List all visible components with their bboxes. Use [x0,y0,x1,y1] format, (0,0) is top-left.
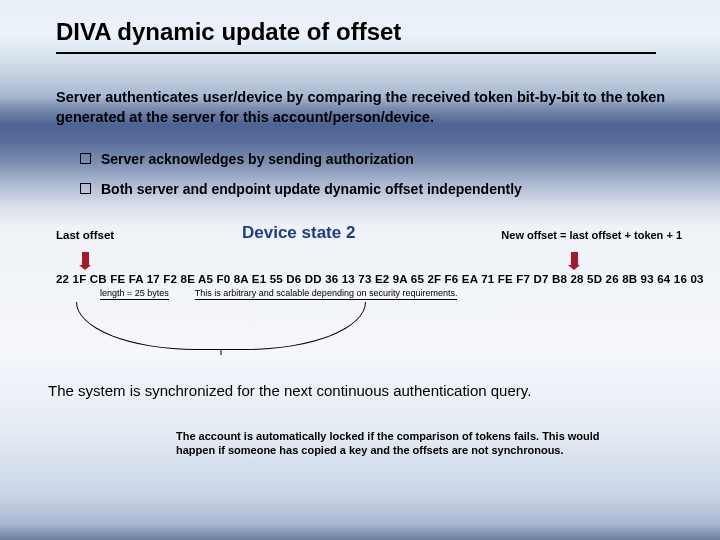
sync-text: The system is synchronized for the next … [48,382,682,399]
last-offset-label: Last offset [56,229,114,241]
checkbox-icon [80,153,91,164]
curly-brace-icon [76,302,366,350]
intro-text: Server authenticates user/device by comp… [56,88,676,127]
arbitrary-annotation: This is arbitrary and scalable depending… [195,288,458,300]
bullet-text: Both server and endpoint update dynamic … [101,181,522,197]
state-labels: Last offset Device state 2 New offset = … [56,227,682,251]
bullet-list: Server acknowledges by sending authoriza… [80,151,682,197]
device-state-label: Device state 2 [242,223,355,243]
arrow-down-icon [571,252,578,265]
new-offset-label: New offset = last offset + token + 1 [501,229,682,241]
hex-bytes: 22 1F CB FE FA 17 F2 8E A5 F0 8A E1 55 D… [56,273,682,285]
annotations: length = 25 bytes This is arbitrary and … [100,288,682,300]
length-annotation: length = 25 bytes [100,288,169,300]
checkbox-icon [80,183,91,194]
bullet-text: Server acknowledges by sending authoriza… [101,151,414,167]
brace-wrap [76,302,682,350]
arrow-down-icon [82,252,89,265]
bullet-item: Server acknowledges by sending authoriza… [80,151,682,167]
bullet-item: Both server and endpoint update dynamic … [80,181,682,197]
footer-text: The account is automatically locked if t… [176,429,616,458]
slide-title: DIVA dynamic update of offset [56,18,656,54]
slide: DIVA dynamic update of offset Server aut… [0,0,720,458]
arrow-row [56,255,682,271]
